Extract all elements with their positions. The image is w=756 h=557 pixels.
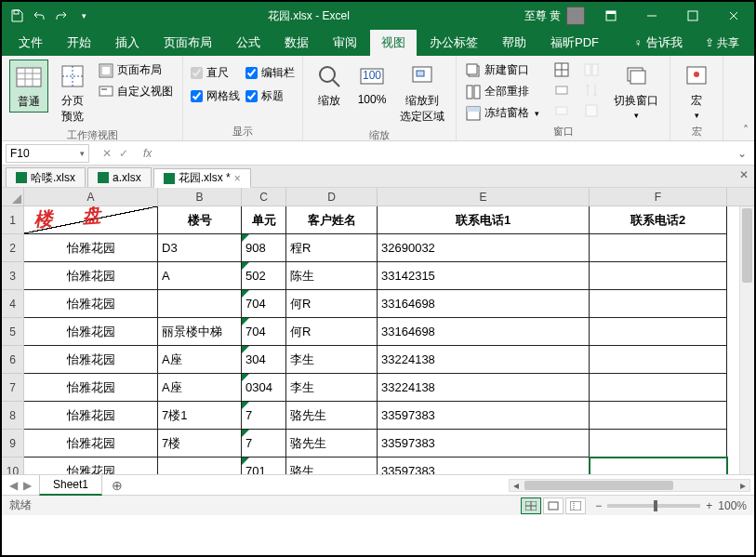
column-header[interactable]: C (242, 188, 286, 206)
cell[interactable]: 33597383 (378, 430, 590, 458)
cell[interactable] (590, 234, 727, 262)
cell[interactable]: 客户姓名 (286, 206, 378, 234)
pagebreak-preview-button[interactable]: 分页 预览 (54, 60, 91, 126)
cell[interactable]: 33164698 (378, 318, 590, 346)
headings-checkbox[interactable]: 标题 (245, 88, 295, 104)
qat-dropdown-icon[interactable]: ▾ (76, 8, 91, 23)
row-header[interactable]: 4 (2, 290, 24, 318)
gridlines-checkbox[interactable]: 网格线 (191, 88, 240, 104)
tab-公式[interactable]: 公式 (225, 30, 272, 56)
sheet-nav-prev-icon[interactable]: ◀ (9, 479, 18, 492)
cell[interactable]: 李生 (286, 346, 378, 374)
sheet-tab[interactable]: Sheet1 (39, 475, 102, 496)
cell[interactable] (158, 290, 242, 318)
row-header[interactable]: 3 (2, 262, 24, 290)
cell[interactable]: 7楼 (158, 430, 242, 458)
cell[interactable] (590, 290, 727, 318)
cell[interactable]: 33597383 (378, 458, 590, 474)
split-button[interactable] (552, 61, 571, 78)
cell[interactable]: 502 (242, 262, 286, 290)
fx-label[interactable]: fx (138, 147, 157, 160)
cell[interactable]: 怡雅花园 (24, 290, 158, 318)
page-layout-shortcut[interactable] (543, 497, 564, 514)
file-tab-close-icon[interactable]: ✕ (739, 168, 749, 181)
hide-button[interactable] (552, 82, 571, 99)
normal-view-button[interactable]: 普通 (9, 60, 48, 113)
cell[interactable]: 何R (286, 318, 378, 346)
sheet-nav-next-icon[interactable]: ▶ (23, 479, 32, 492)
select-all-button[interactable] (2, 188, 24, 206)
cell[interactable] (590, 430, 727, 458)
reset-window-button[interactable] (582, 102, 601, 119)
zoom-button[interactable]: 缩放 (311, 60, 348, 111)
vertical-scrollbar[interactable] (739, 206, 754, 474)
formula-input[interactable] (157, 144, 730, 163)
cell[interactable]: 33597383 (378, 402, 590, 430)
vertical-scroll-thumb[interactable] (742, 208, 752, 283)
cell[interactable]: 怡雅花园 (24, 458, 158, 474)
tab-文件[interactable]: 文件 (7, 30, 54, 56)
tab-页面布局[interactable]: 页面布局 (153, 30, 223, 56)
name-box[interactable]: F10▾ (6, 144, 89, 163)
row-header[interactable]: 5 (2, 318, 24, 346)
freeze-panes-button[interactable]: 冻结窗格▾ (464, 104, 541, 122)
row-header[interactable]: 6 (2, 346, 24, 374)
cell[interactable]: 33142315 (378, 262, 590, 290)
expand-formula-bar-icon[interactable]: ⌄ (730, 147, 754, 160)
new-window-button[interactable]: 新建窗口 (464, 61, 541, 79)
row-header[interactable]: 2 (2, 234, 24, 262)
cell[interactable]: 怡雅花园 (24, 318, 158, 346)
file-tab[interactable]: 哈喽.xlsx (6, 167, 86, 187)
tab-福昕PDF[interactable]: 福昕PDF (539, 30, 610, 56)
cell[interactable]: A (158, 262, 242, 290)
cell[interactable]: 骆先生 (286, 402, 378, 430)
arrange-all-button[interactable]: 全部重排 (464, 83, 541, 100)
zoom-out-button[interactable]: − (595, 499, 602, 512)
cell[interactable]: 7 (242, 430, 286, 458)
cell[interactable] (590, 346, 727, 374)
cell[interactable]: A座 (158, 346, 242, 374)
cell[interactable] (590, 262, 727, 290)
row-header[interactable]: 1 (2, 206, 24, 234)
cell[interactable] (590, 458, 727, 474)
zoom-in-button[interactable]: + (706, 499, 712, 512)
close-button[interactable] (713, 2, 754, 30)
cell[interactable]: D3 (158, 234, 242, 262)
cell[interactable]: 32690032 (378, 234, 590, 262)
cell[interactable]: 33224138 (378, 374, 590, 402)
custom-views-button[interactable]: 自定义视图 (97, 83, 175, 100)
normal-view-shortcut[interactable] (521, 497, 541, 514)
sync-scroll-button[interactable] (582, 82, 601, 99)
zoom-selection-button[interactable]: 缩放到 选定区域 (396, 60, 448, 126)
cell[interactable]: 联系电话2 (590, 206, 727, 234)
zoom-100-button[interactable]: 100100% (353, 60, 391, 108)
column-header[interactable]: F (590, 188, 727, 206)
row-header[interactable]: 10 (2, 458, 24, 474)
hscroll-left-icon[interactable]: ◂ (510, 480, 523, 491)
cell[interactable] (590, 374, 727, 402)
cell[interactable]: 7楼1 (158, 402, 242, 430)
cell[interactable]: 0304 (242, 374, 286, 402)
cell[interactable]: 怡雅花园 (24, 430, 158, 458)
cell[interactable]: 7 (242, 402, 286, 430)
cell[interactable]: 怡雅花园 (24, 346, 158, 374)
tab-视图[interactable]: 视图 (370, 30, 417, 56)
tab-插入[interactable]: 插入 (104, 30, 151, 56)
save-icon[interactable] (9, 8, 24, 23)
cell[interactable]: 程R (286, 234, 378, 262)
tab-审阅[interactable]: 审阅 (322, 30, 368, 56)
horizontal-scroll-thumb[interactable] (524, 481, 673, 490)
cell[interactable]: 怡雅花园 (24, 262, 158, 290)
page-layout-button[interactable]: 页面布局 (97, 61, 175, 79)
pagebreak-shortcut[interactable] (565, 497, 586, 514)
tell-me[interactable]: ♀告诉我 (623, 30, 694, 56)
cell[interactable] (590, 402, 727, 430)
ribbon-display-options[interactable] (590, 2, 631, 30)
tab-办公标签[interactable]: 办公标签 (418, 30, 489, 56)
switch-windows-button[interactable]: 切换窗口▾ (610, 60, 662, 122)
cell[interactable]: 李生 (286, 374, 378, 402)
tab-开始[interactable]: 开始 (56, 30, 102, 56)
maximize-button[interactable] (672, 2, 713, 30)
cell[interactable]: 骆先生 (286, 430, 378, 458)
cell[interactable]: 304 (242, 346, 286, 374)
